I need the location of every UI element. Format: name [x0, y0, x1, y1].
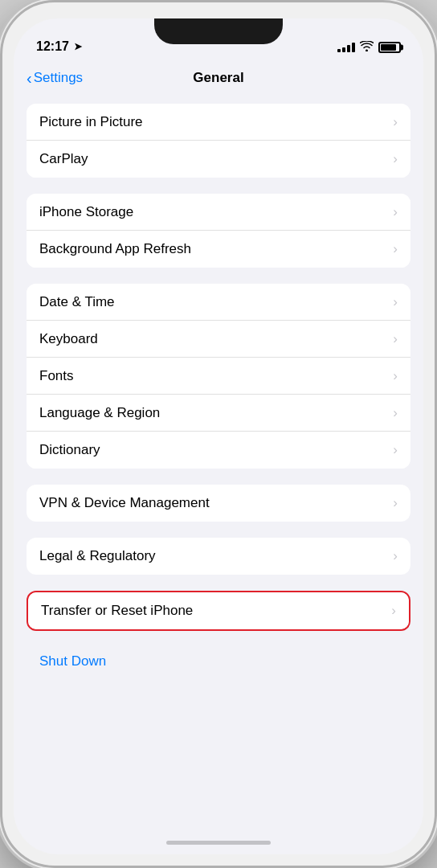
picture-in-picture-row[interactable]: Picture in Picture ›: [27, 104, 410, 141]
phone-screen: 12:17 ➤: [14, 18, 423, 854]
picture-in-picture-label: Picture in Picture: [39, 114, 143, 130]
iphone-storage-row[interactable]: iPhone Storage ›: [27, 194, 410, 231]
row-right: ›: [393, 495, 398, 511]
chevron-right-icon: ›: [393, 331, 398, 347]
row-right: ›: [393, 331, 398, 347]
transfer-reset-row[interactable]: Transfer or Reset iPhone ›: [28, 592, 409, 629]
iphone-storage-label: iPhone Storage: [39, 204, 133, 220]
home-bar: [166, 841, 271, 845]
signal-bar-2: [342, 47, 345, 52]
chevron-right-icon: ›: [393, 294, 398, 310]
carplay-label: CarPlay: [39, 151, 88, 167]
legal-regulatory-label: Legal & Regulatory: [39, 548, 156, 564]
language-region-label: Language & Region: [39, 405, 160, 421]
shutdown-container: Shut Down: [27, 647, 410, 673]
row-right: ›: [393, 241, 398, 257]
chevron-right-icon: ›: [393, 368, 398, 384]
volume-down-button[interactable]: [0, 304, 2, 356]
language-region-row[interactable]: Language & Region ›: [27, 395, 410, 432]
section-group-5: Legal & Regulatory ›: [27, 538, 410, 575]
page-title: General: [193, 70, 243, 86]
shutdown-button[interactable]: Shut Down: [39, 653, 106, 669]
dictionary-row[interactable]: Dictionary ›: [27, 432, 410, 469]
background-app-refresh-row[interactable]: Background App Refresh ›: [27, 231, 410, 268]
transfer-reset-highlighted-container: Transfer or Reset iPhone ›: [27, 591, 410, 631]
signal-bar-4: [352, 43, 355, 52]
legal-regulatory-row[interactable]: Legal & Regulatory ›: [27, 538, 410, 575]
chevron-right-icon: ›: [393, 114, 398, 130]
row-right: ›: [393, 294, 398, 310]
background-app-refresh-label: Background App Refresh: [39, 241, 191, 257]
notch: [154, 18, 283, 44]
section-group-2: iPhone Storage › Background App Refresh …: [27, 194, 410, 268]
keyboard-label: Keyboard: [39, 331, 98, 347]
row-right: ›: [393, 405, 398, 421]
fonts-row[interactable]: Fonts ›: [27, 358, 410, 395]
keyboard-row[interactable]: Keyboard ›: [27, 321, 410, 358]
mute-button[interactable]: [0, 179, 2, 211]
date-time-row[interactable]: Date & Time ›: [27, 284, 410, 321]
back-chevron-icon: ‹: [27, 69, 32, 88]
row-right: ›: [393, 442, 398, 458]
chevron-right-icon: ›: [391, 603, 396, 619]
chevron-right-icon: ›: [393, 405, 398, 421]
row-right: ›: [393, 368, 398, 384]
battery-fill: [381, 44, 396, 51]
chevron-right-icon: ›: [393, 204, 398, 220]
date-time-label: Date & Time: [39, 294, 115, 310]
signal-icon: [337, 43, 355, 52]
signal-bar-1: [337, 49, 341, 52]
vpn-device-management-label: VPN & Device Management: [39, 495, 210, 511]
section-group-1: Picture in Picture › CarPlay ›: [27, 104, 410, 178]
row-right: ›: [393, 151, 398, 167]
back-label: Settings: [34, 70, 83, 86]
signal-bar-3: [347, 45, 350, 52]
section-group-3: Date & Time › Keyboard › Fonts ›: [27, 284, 410, 469]
location-icon: ➤: [74, 41, 82, 52]
battery-icon: [378, 42, 401, 53]
vpn-device-management-row[interactable]: VPN & Device Management ›: [27, 485, 410, 522]
chevron-right-icon: ›: [393, 241, 398, 257]
row-right: ›: [391, 603, 396, 619]
status-time: 12:17 ➤: [36, 39, 82, 54]
time-display: 12:17: [36, 39, 69, 54]
chevron-right-icon: ›: [393, 548, 398, 564]
row-right: ›: [393, 204, 398, 220]
chevron-right-icon: ›: [393, 495, 398, 511]
wifi-icon: [360, 41, 374, 54]
back-button[interactable]: ‹ Settings: [27, 69, 83, 88]
row-right: ›: [393, 548, 398, 564]
settings-content: Picture in Picture › CarPlay › iPhone St…: [14, 97, 423, 830]
transfer-reset-label: Transfer or Reset iPhone: [41, 603, 193, 619]
dictionary-label: Dictionary: [39, 442, 100, 458]
fonts-label: Fonts: [39, 368, 74, 384]
chevron-right-icon: ›: [393, 151, 398, 167]
phone-frame: 12:17 ➤: [0, 0, 437, 868]
volume-up-button[interactable]: [0, 235, 2, 288]
home-indicator: [14, 830, 423, 854]
carplay-row[interactable]: CarPlay ›: [27, 141, 410, 178]
section-group-4: VPN & Device Management ›: [27, 485, 410, 522]
nav-header: ‹ Settings General: [14, 59, 423, 97]
status-icons: [337, 41, 401, 54]
chevron-right-icon: ›: [393, 442, 398, 458]
row-right: ›: [393, 114, 398, 130]
